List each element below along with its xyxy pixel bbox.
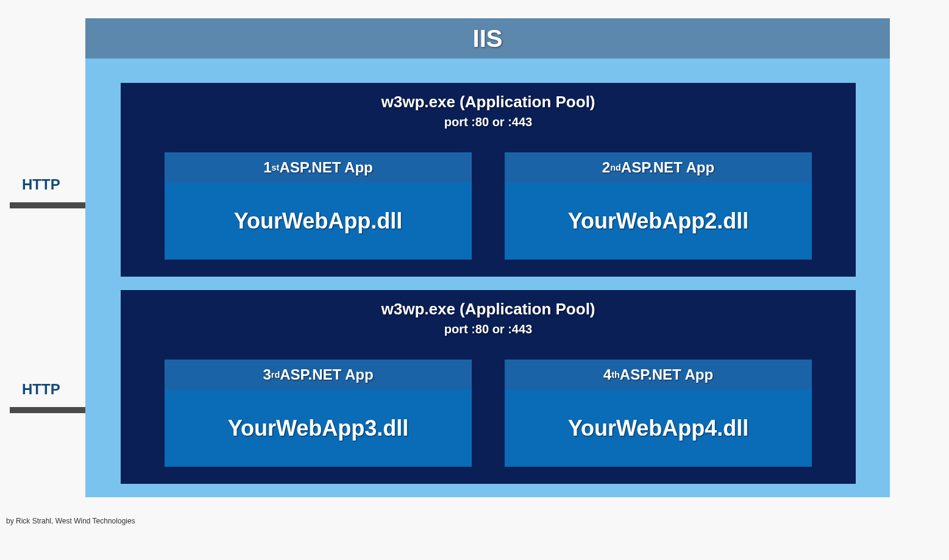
app-ord: 2 (602, 159, 610, 176)
app-header: 4th ASP.NET App (505, 360, 812, 390)
app-suffix: ASP.NET App (279, 159, 372, 176)
app-suffix: ASP.NET App (280, 366, 373, 383)
app-dll: YourWebApp3.dll (165, 390, 472, 467)
app-pool-1: w3wp.exe (Application Pool) port :80 or … (121, 83, 856, 277)
app-ord-sup: nd (610, 163, 621, 172)
pool-subtitle: port :80 or :443 (121, 322, 856, 336)
app-box: 2nd ASP.NET App YourWebApp2.dll (505, 152, 812, 260)
app-box: 3rd ASP.NET App YourWebApp3.dll (165, 360, 472, 467)
app-ord: 1 (263, 159, 271, 176)
app-ord: 4 (603, 366, 611, 383)
app-pool-2: w3wp.exe (Application Pool) port :80 or … (121, 290, 856, 484)
app-box: 4th ASP.NET App YourWebApp4.dll (505, 360, 812, 467)
app-suffix: ASP.NET App (621, 159, 714, 176)
app-header: 1st ASP.NET App (165, 152, 472, 183)
app-ord-sup: th (611, 370, 620, 380)
app-dll: YourWebApp2.dll (505, 183, 812, 260)
app-dll: YourWebApp.dll (165, 183, 472, 260)
app-ord-sup: st (272, 163, 280, 172)
iis-container: IIS w3wp.exe (Application Pool) port :80… (85, 18, 890, 497)
http-label-1: HTTP (22, 176, 60, 193)
pool-subtitle: port :80 or :443 (121, 115, 856, 129)
credit-line: by Rick Strahl, West Wind Technologies (6, 517, 135, 525)
app-header: 2nd ASP.NET App (505, 152, 812, 183)
pool-title: w3wp.exe (Application Pool) (121, 300, 856, 319)
app-suffix: ASP.NET App (620, 366, 713, 383)
app-box: 1st ASP.NET App YourWebApp.dll (165, 152, 472, 260)
app-ord: 3 (263, 366, 271, 383)
apps-row: 1st ASP.NET App YourWebApp.dll 2nd ASP.N… (165, 152, 812, 260)
app-ord-sup: rd (271, 370, 280, 380)
apps-row: 3rd ASP.NET App YourWebApp3.dll 4th ASP.… (165, 360, 812, 467)
http-label-2: HTTP (22, 381, 60, 398)
iis-title: IIS (85, 18, 890, 58)
pool-title: w3wp.exe (Application Pool) (121, 93, 856, 112)
app-dll: YourWebApp4.dll (505, 390, 812, 467)
app-header: 3rd ASP.NET App (165, 360, 472, 390)
